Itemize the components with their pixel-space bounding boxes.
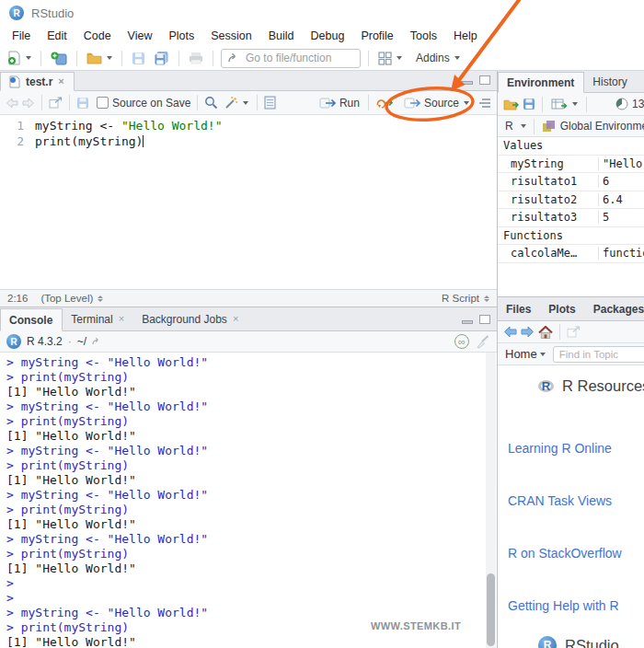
save-button[interactable] bbox=[130, 50, 147, 67]
save-source-button[interactable] bbox=[76, 97, 89, 110]
pane-grid-icon bbox=[378, 52, 392, 65]
forward-icon[interactable] bbox=[22, 98, 35, 109]
rerun-icon[interactable] bbox=[375, 97, 395, 109]
maximize-pane-icon[interactable] bbox=[479, 315, 490, 324]
help-back-icon[interactable] bbox=[503, 326, 517, 338]
console-tab[interactable]: Background Jobs × bbox=[133, 307, 247, 330]
tab-close-icon[interactable]: × bbox=[233, 314, 238, 324]
help-home-dropdown[interactable]: Home bbox=[505, 347, 546, 361]
menu-item[interactable]: Profile bbox=[352, 28, 401, 44]
menu-item[interactable]: Edit bbox=[39, 28, 75, 44]
source-caret-icon bbox=[464, 101, 469, 105]
help-search-row: Home bbox=[498, 343, 644, 365]
print-button[interactable] bbox=[187, 50, 205, 66]
open-in-new-window-icon[interactable] bbox=[49, 97, 63, 109]
menu-item[interactable]: File bbox=[4, 28, 39, 44]
object-value: function bbox=[598, 247, 644, 260]
memory-usage-label: 139 MiB bbox=[632, 98, 644, 110]
environment-tab[interactable]: History bbox=[584, 71, 636, 92]
suspend-session-icon[interactable]: ∞ bbox=[454, 334, 469, 349]
menu-item[interactable]: Help bbox=[445, 28, 486, 44]
addins-button[interactable]: Addins bbox=[414, 50, 462, 66]
menu-item[interactable]: Code bbox=[75, 28, 120, 44]
save-all-button[interactable] bbox=[152, 49, 171, 67]
tab-close-icon[interactable]: × bbox=[119, 314, 124, 324]
object-name: Values bbox=[498, 139, 543, 152]
environment-tab[interactable]: Environment bbox=[498, 72, 584, 93]
open-in-new-window-icon[interactable] bbox=[567, 326, 581, 338]
pane-layout-caret-icon bbox=[397, 56, 402, 60]
new-file-button[interactable] bbox=[6, 49, 33, 67]
clear-console-broom-icon[interactable] bbox=[475, 335, 490, 349]
help-item-text[interactable]: Learning R Online bbox=[508, 441, 612, 456]
environment-row[interactable]: myString "Hello World!" bbox=[498, 156, 644, 174]
working-directory[interactable]: ~/ bbox=[77, 335, 86, 348]
save-workspace-icon[interactable] bbox=[523, 98, 535, 110]
doc-type-stepper-icon[interactable] bbox=[484, 295, 489, 302]
language-selector[interactable]: R bbox=[505, 120, 513, 133]
goto-file-input[interactable] bbox=[244, 51, 345, 65]
environment-row[interactable]: risultato1 6 bbox=[498, 173, 644, 191]
source-on-save-checkbox[interactable] bbox=[97, 97, 109, 109]
console-scrollbar-thumb[interactable] bbox=[487, 573, 495, 646]
environment-row[interactable]: risultato2 6.4 bbox=[498, 191, 644, 210]
scope-selector[interactable]: (Top Level) bbox=[40, 293, 93, 304]
help-item-text[interactable]: R on StackOverflow bbox=[508, 546, 622, 561]
tab-test-r[interactable]: test.r × bbox=[0, 72, 75, 91]
code-tools-button[interactable] bbox=[222, 94, 250, 111]
tab-close-icon[interactable]: × bbox=[58, 76, 63, 87]
document-outline-icon[interactable] bbox=[478, 98, 491, 109]
help-item: Getting Help with R bbox=[508, 567, 644, 614]
back-icon[interactable] bbox=[6, 98, 18, 109]
menu-item[interactable]: View bbox=[120, 28, 161, 44]
console-tab[interactable]: Terminal × bbox=[63, 307, 133, 330]
import-dataset-button[interactable] bbox=[549, 96, 580, 112]
memory-usage-pie-icon[interactable] bbox=[615, 98, 628, 110]
menu-item[interactable]: Debug bbox=[303, 28, 353, 44]
new-project-button[interactable] bbox=[49, 50, 69, 67]
scope-stepper-icon[interactable] bbox=[98, 295, 103, 302]
help-forward-icon[interactable] bbox=[521, 326, 535, 338]
search-icon[interactable] bbox=[204, 96, 218, 110]
run-button[interactable]: Run bbox=[317, 95, 362, 111]
help-pane-tab[interactable]: Packages bbox=[585, 297, 644, 320]
doc-type-selector[interactable]: R Script bbox=[442, 293, 479, 304]
compile-report-icon[interactable] bbox=[264, 96, 276, 110]
console-scrollbar[interactable] bbox=[486, 353, 496, 648]
environment-row[interactable]: calcolaMe… function bbox=[498, 245, 644, 263]
minimize-pane-icon[interactable] bbox=[462, 81, 473, 85]
find-in-topic-input[interactable] bbox=[553, 346, 644, 363]
code-editor[interactable]: 1 myString <- "Hello World!" 2 print(myS… bbox=[0, 115, 497, 289]
menu-item[interactable]: Session bbox=[202, 28, 259, 44]
environment-row[interactable]: Values bbox=[498, 137, 644, 156]
help-item-text[interactable]: Getting Help with R bbox=[508, 598, 619, 613]
help-item-text[interactable]: CRAN Task Views bbox=[508, 493, 612, 508]
console-line-text: [1] "Hello World!" bbox=[6, 517, 136, 531]
help-pane-tab[interactable]: Plots bbox=[540, 297, 584, 320]
divider bbox=[542, 97, 543, 112]
open-dir-arrow-icon[interactable] bbox=[92, 337, 102, 346]
object-value: 6.4 bbox=[598, 193, 644, 206]
maximize-pane-icon[interactable] bbox=[479, 75, 490, 85]
load-workspace-icon[interactable] bbox=[503, 98, 519, 110]
environment-scope-selector[interactable]: Global Environment bbox=[560, 120, 644, 133]
minimize-pane-icon[interactable] bbox=[462, 320, 473, 324]
title-bar: R RStudio bbox=[0, 0, 644, 26]
help-item-text[interactable]: R Resources bbox=[562, 377, 644, 395]
goto-file-search[interactable] bbox=[221, 49, 361, 68]
menu-item[interactable]: Plots bbox=[160, 28, 202, 44]
help-pane-tab[interactable]: Files bbox=[498, 297, 540, 320]
source-button[interactable]: Source bbox=[402, 95, 471, 111]
environment-row[interactable]: Functions bbox=[498, 227, 644, 246]
console-line: > bbox=[6, 591, 497, 606]
console-tab[interactable]: Console × bbox=[0, 308, 63, 331]
console-output[interactable]: > myString <- "Hello World!" > print(myS… bbox=[0, 353, 497, 648]
pane-layout-button[interactable] bbox=[376, 50, 404, 67]
console-pane: Console × Terminal × Background Jobs × bbox=[0, 307, 497, 648]
menu-item[interactable]: Tools bbox=[402, 28, 445, 44]
help-item-text[interactable]: RStudio bbox=[565, 637, 619, 648]
home-icon[interactable] bbox=[538, 326, 553, 339]
environment-row[interactable]: risultato3 5 bbox=[498, 209, 644, 227]
menu-item[interactable]: Build bbox=[260, 28, 303, 44]
open-file-button[interactable] bbox=[85, 50, 114, 66]
